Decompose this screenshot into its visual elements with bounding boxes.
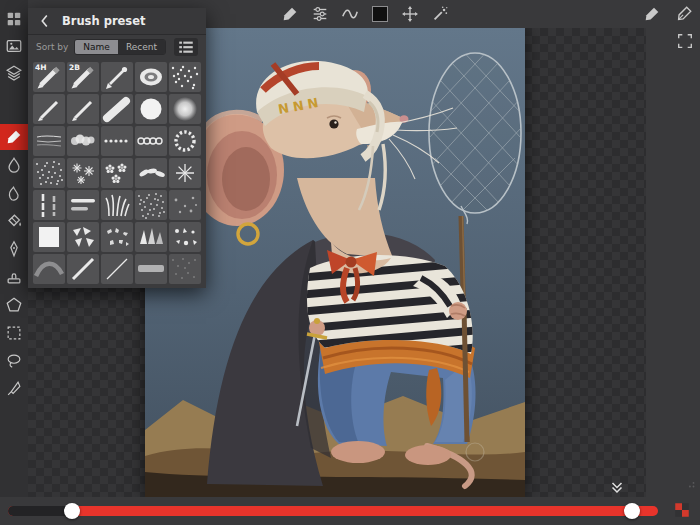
brush-preset-dots[interactable] bbox=[101, 126, 133, 156]
brush-preset-grass[interactable] bbox=[101, 190, 133, 220]
back-icon[interactable] bbox=[36, 12, 54, 30]
sort-recent-button[interactable]: Recent bbox=[118, 40, 165, 54]
slider-unfilled-segment bbox=[8, 506, 68, 516]
brush-preset-wave[interactable] bbox=[33, 254, 65, 284]
brush-panel-header: Brush preset bbox=[28, 8, 206, 35]
material-brush-icon[interactable] bbox=[640, 2, 664, 26]
brush-preset-ring[interactable] bbox=[169, 126, 201, 156]
sidebar-tool-fill[interactable] bbox=[0, 208, 28, 234]
sidebar-tool-layers[interactable] bbox=[0, 60, 28, 86]
fullscreen-icon[interactable] bbox=[676, 32, 696, 52]
brush-label: 4H bbox=[35, 63, 47, 72]
stroke-correction-icon[interactable] bbox=[338, 2, 362, 26]
brush-preset-speckle[interactable] bbox=[33, 158, 65, 188]
slider-knob-right[interactable] bbox=[624, 503, 640, 519]
bottom-bar bbox=[0, 497, 700, 525]
color-swatch[interactable] bbox=[368, 2, 392, 26]
sidebar-tool-lasso[interactable] bbox=[0, 348, 28, 374]
brush-preset-4H[interactable]: 4H bbox=[33, 62, 65, 92]
brush-preset-pencil2[interactable] bbox=[67, 94, 99, 124]
sort-by-label: Sort by bbox=[36, 42, 68, 52]
sidebar-tool-stamp[interactable] bbox=[0, 264, 28, 290]
sidebar-tool-pen[interactable] bbox=[0, 236, 28, 262]
brush-preset-leaf[interactable] bbox=[135, 158, 167, 188]
brush-preset-shards[interactable] bbox=[135, 222, 167, 252]
left-toolbar bbox=[0, 0, 28, 497]
brush-preset-diag[interactable] bbox=[67, 254, 99, 284]
brush-preset-flower[interactable] bbox=[101, 158, 133, 188]
sidebar-tool-paint-brush[interactable] bbox=[0, 124, 28, 150]
list-view-toggle-icon[interactable] bbox=[174, 38, 198, 56]
brush-preset-snow[interactable] bbox=[67, 158, 99, 188]
toolbar-center-group bbox=[278, 2, 452, 26]
brush-preset-bamboo[interactable] bbox=[33, 190, 65, 220]
sort-row: Sort by Name Recent bbox=[28, 35, 206, 59]
brush-preset-scatter[interactable] bbox=[169, 222, 201, 252]
toolbar-right-group bbox=[640, 2, 696, 26]
brush-preset-hstroke[interactable] bbox=[67, 190, 99, 220]
color-swatch-chip bbox=[372, 6, 388, 22]
brush-preset-scratch[interactable] bbox=[33, 126, 65, 156]
brush-preset-pen[interactable] bbox=[101, 62, 133, 92]
sidebar-tool-smudge[interactable] bbox=[0, 180, 28, 206]
panel-title: Brush preset bbox=[62, 14, 146, 28]
brush-tool-icon[interactable] bbox=[278, 2, 302, 26]
brush-preset-square[interactable] bbox=[33, 222, 65, 252]
right-panel-strip bbox=[646, 28, 700, 497]
sort-name-button[interactable]: Name bbox=[75, 40, 118, 54]
brush-preset-debris[interactable] bbox=[101, 222, 133, 252]
brush-preset-burst[interactable] bbox=[169, 158, 201, 188]
brush-preset-soft[interactable] bbox=[169, 94, 201, 124]
pattern-swatch-icon[interactable] bbox=[673, 501, 693, 521]
sidebar-tool-gallery[interactable] bbox=[0, 33, 28, 59]
brush-preset-band[interactable] bbox=[135, 254, 167, 284]
sidebar-tool-figure[interactable] bbox=[0, 292, 28, 318]
edit-pen-icon[interactable] bbox=[672, 2, 696, 26]
brush-preset-pencil2[interactable] bbox=[33, 94, 65, 124]
brush-preset-panel: Brush preset Sort by Name Recent 4H2B bbox=[28, 8, 206, 288]
brush-preset-spray[interactable] bbox=[169, 62, 201, 92]
brush-grid: 4H2B bbox=[28, 59, 206, 287]
move-tool-icon[interactable] bbox=[398, 2, 422, 26]
brush-preset-sparse[interactable] bbox=[169, 190, 201, 220]
brush-preset-chain[interactable] bbox=[135, 126, 167, 156]
slider-knob-left[interactable] bbox=[64, 503, 80, 519]
brush-preset-fspray[interactable] bbox=[135, 190, 167, 220]
bottom-slider-track[interactable] bbox=[8, 506, 658, 516]
brush-preset-2B[interactable]: 2B bbox=[67, 62, 99, 92]
brush-preset-faint[interactable] bbox=[169, 254, 201, 284]
resize-grip-icon bbox=[680, 473, 698, 495]
brush-preset-hard[interactable] bbox=[135, 94, 167, 124]
brush-preset-marker[interactable] bbox=[101, 94, 133, 124]
collapse-bottom-bar-icon[interactable] bbox=[608, 478, 628, 498]
sidebar-tool-select[interactable] bbox=[0, 320, 28, 346]
brush-preset-fluffy[interactable] bbox=[67, 126, 99, 156]
sidebar-tool-home[interactable] bbox=[0, 6, 28, 32]
sidebar-tool-watercolor[interactable] bbox=[0, 152, 28, 178]
brush-label: 2B bbox=[69, 63, 80, 72]
sidebar-tool-knife[interactable] bbox=[0, 376, 28, 402]
brush-preset-thindiag[interactable] bbox=[101, 254, 133, 284]
sort-segmented-control: Name Recent bbox=[74, 39, 166, 55]
wand-tool-icon[interactable] bbox=[428, 2, 452, 26]
brush-preset-roll[interactable] bbox=[135, 62, 167, 92]
brush-settings-icon[interactable] bbox=[308, 2, 332, 26]
paint-app-window: NNN bbox=[0, 0, 700, 525]
brush-preset-shatter[interactable] bbox=[67, 222, 99, 252]
